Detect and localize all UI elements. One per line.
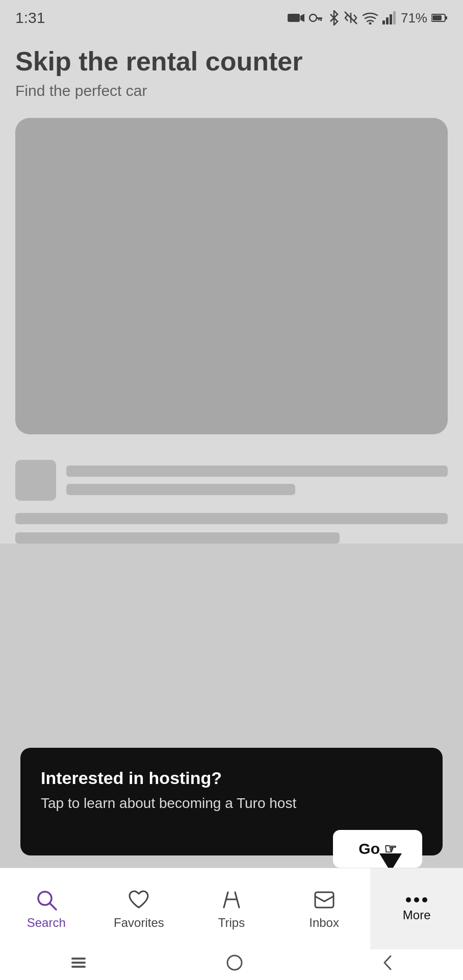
svg-rect-22 — [71, 962, 86, 964]
svg-rect-10 — [390, 14, 392, 24]
nav-label-favorites: Favorites — [114, 916, 164, 930]
nav-item-search[interactable]: Search — [0, 868, 93, 949]
cursor-icon: ☞ — [384, 841, 397, 857]
battery-icon — [431, 13, 448, 22]
svg-rect-9 — [386, 17, 389, 24]
svg-line-16 — [50, 903, 56, 910]
svg-point-19 — [414, 897, 419, 902]
status-bar: 1:31 — [0, 0, 463, 32]
inbox-icon — [313, 888, 336, 912]
skeleton-line — [66, 465, 448, 477]
camera-icon — [288, 12, 305, 24]
trips-icon — [220, 888, 243, 912]
nav-label-trips: Trips — [218, 916, 245, 930]
svg-rect-23 — [71, 966, 86, 968]
nav-label-more: More — [403, 908, 431, 922]
hosting-popup-subtitle: Tap to learn about becoming a Turo host — [41, 795, 422, 812]
key-icon — [309, 12, 324, 24]
skeleton-standalone-1 — [15, 513, 448, 524]
nav-item-more[interactable]: More — [370, 868, 463, 949]
svg-marker-1 — [300, 14, 304, 22]
svg-rect-17 — [315, 892, 333, 908]
svg-rect-13 — [445, 16, 447, 19]
nav-label-search: Search — [27, 916, 66, 930]
bottom-nav: Search Favorites Trips Inbox — [0, 868, 463, 949]
svg-point-18 — [406, 897, 411, 902]
go-button-label: Go — [358, 840, 380, 857]
car-image-placeholder — [15, 118, 448, 434]
svg-point-7 — [369, 22, 371, 25]
svg-rect-14 — [432, 15, 442, 20]
svg-rect-21 — [71, 958, 86, 960]
search-icon — [35, 888, 58, 912]
battery-percent: 71% — [401, 10, 427, 26]
main-content: Skip the rental counter Find the perfect… — [0, 32, 463, 544]
android-nav — [0, 949, 463, 980]
svg-rect-5 — [318, 19, 320, 20]
bluetooth-icon — [328, 10, 340, 26]
svg-point-20 — [422, 897, 427, 902]
wifi-icon — [362, 11, 378, 24]
hosting-popup[interactable]: Interested in hosting? Tap to learn abou… — [20, 748, 443, 855]
svg-point-2 — [310, 14, 317, 21]
more-icon — [405, 896, 428, 904]
status-time: 1:31 — [15, 9, 45, 27]
android-back-icon[interactable] — [381, 954, 394, 971]
hosting-popup-title: Interested in hosting? — [41, 768, 422, 788]
svg-rect-0 — [288, 14, 300, 22]
svg-rect-8 — [382, 20, 385, 24]
nav-item-favorites[interactable]: Favorites — [93, 868, 186, 949]
skeleton-line-short — [66, 484, 295, 495]
status-icons: 71% — [288, 10, 448, 26]
page-title: Skip the rental counter — [15, 47, 448, 76]
nav-item-inbox[interactable]: Inbox — [278, 868, 371, 949]
android-home-icon[interactable] — [226, 954, 243, 971]
skeleton-row-1 — [15, 460, 448, 501]
heart-icon — [127, 888, 150, 912]
page-subtitle: Find the perfect car — [15, 82, 448, 100]
nav-item-trips[interactable]: Trips — [185, 868, 278, 949]
nav-label-inbox: Inbox — [309, 916, 339, 930]
skeleton-standalone-2 — [15, 532, 340, 544]
mute-icon — [344, 11, 358, 25]
signal-icon — [382, 11, 397, 24]
skeleton-lines — [66, 465, 448, 495]
svg-point-24 — [227, 955, 242, 970]
svg-rect-4 — [320, 19, 322, 21]
svg-rect-11 — [393, 11, 396, 24]
hosting-popup-wrapper[interactable]: Interested in hosting? Tap to learn abou… — [0, 738, 463, 868]
svg-rect-3 — [316, 17, 322, 19]
android-recents-icon[interactable] — [69, 955, 88, 970]
hosting-go-button[interactable]: Go ☞ — [333, 830, 422, 868]
bottom-nav-wrapper: Search Favorites Trips Inbox — [0, 868, 463, 980]
skeleton-thumb — [15, 460, 56, 501]
